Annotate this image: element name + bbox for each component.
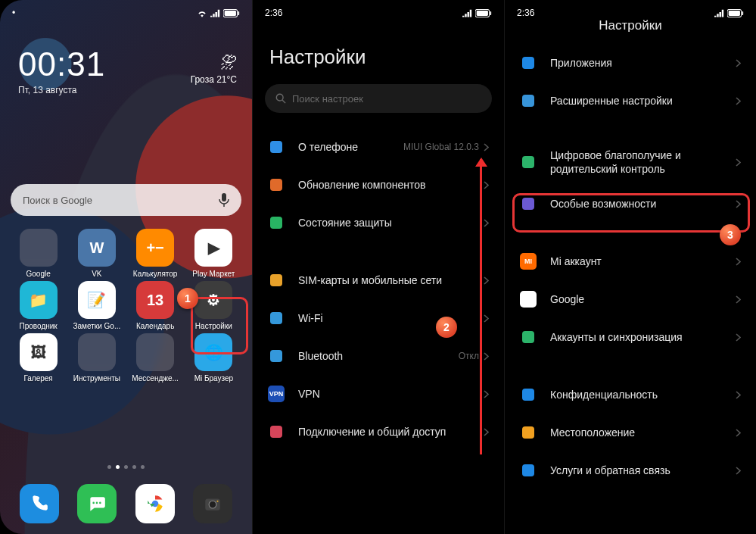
row-icon: VPN (268, 386, 285, 402)
app-label: Play Маркет (192, 270, 235, 278)
svg-rect-20 (742, 11, 743, 14)
row-icon: MI (520, 253, 537, 270)
settings-row[interactable]: SIM-карты и мобильные сети (253, 261, 504, 299)
settings-row[interactable]: MI Mi аккаунт (505, 242, 756, 280)
settings-panel-scrolled: 2:36 Настройки Приложения Расширенные на… (504, 0, 756, 534)
battery-icon (727, 9, 744, 17)
annotation-badge-3: 3 (720, 224, 741, 245)
row-label: VPN (298, 387, 484, 401)
row-label: Bluetooth (298, 349, 459, 363)
clock-widget[interactable]: 00:31 Пт, 13 августа (18, 45, 105, 95)
settings-row[interactable]: Конфиденциальность (505, 376, 756, 414)
settings-row[interactable]: Местоположение (505, 414, 756, 451)
row-label: О телефоне (298, 140, 403, 154)
row-icon: G (520, 291, 537, 308)
app-label: Google (26, 270, 51, 278)
row-label: Особые возможности (550, 197, 736, 211)
chevron-right-icon (736, 391, 741, 399)
row-label: Google (550, 292, 736, 306)
settings-row[interactable]: О телефоне MIUI Global 12.0.3 (253, 128, 504, 166)
google-search-bar[interactable]: Поиск в Google (11, 184, 241, 216)
annotation-badge-1: 1 (177, 288, 198, 309)
app-icon-vk[interactable]: WVK (69, 229, 125, 278)
search-placeholder: Поиск в Google (23, 195, 92, 206)
annotation-arrow (480, 159, 482, 454)
row-value: Откл (459, 351, 479, 361)
status-bar: 2:36 (253, 0, 504, 21)
search-placeholder: Поиск настроек (292, 93, 363, 105)
weather-icon: ⛈ (191, 53, 237, 73)
row-icon (520, 424, 537, 441)
app-glyph: ▶ (194, 229, 232, 267)
app-label: Календарь (136, 322, 174, 330)
row-label: Местоположение (550, 426, 736, 439)
app-label: Заметки Go... (73, 322, 121, 330)
settings-row[interactable]: VPN VPN (253, 375, 504, 413)
svg-rect-2 (238, 11, 239, 14)
svg-rect-19 (729, 11, 740, 16)
app-icon-проводник[interactable]: 📁Проводник (11, 281, 67, 330)
settings-search[interactable]: Поиск настроек (265, 84, 492, 113)
app-icon-галерея[interactable]: 🖼Галерея (11, 333, 67, 383)
app-icon-инструменты[interactable]: Инструменты (69, 333, 125, 383)
settings-row[interactable]: G Google (505, 280, 756, 318)
settings-row[interactable]: Состояние защиты (253, 204, 504, 242)
settings-row[interactable]: Подключение и общий доступ (253, 413, 504, 451)
svg-rect-15 (490, 11, 491, 14)
row-icon (520, 386, 537, 403)
row-icon (268, 139, 285, 155)
row-label: Цифровое благополучие и родительский кон… (550, 148, 736, 176)
row-label: Услуги и обратная связь (550, 464, 736, 477)
settings-row[interactable]: Приложения (505, 44, 756, 82)
dock (0, 484, 252, 523)
signal-icon (714, 9, 724, 17)
row-icon (520, 329, 537, 345)
folder-icon (20, 229, 58, 267)
svg-point-16 (276, 94, 283, 101)
app-glyph: +− (136, 229, 174, 267)
app-glyph: W (78, 229, 116, 267)
app-icon-play-маркет[interactable]: ▶Play Маркет (185, 229, 241, 278)
battery-icon (475, 9, 492, 17)
row-icon (268, 214, 285, 231)
app-label: VK (92, 270, 101, 278)
svg-rect-1 (225, 11, 236, 16)
dock-messages[interactable] (77, 484, 117, 523)
dock-chrome[interactable] (135, 484, 175, 523)
svg-point-5 (93, 502, 95, 504)
settings-row[interactable]: Wi-Fi (253, 299, 504, 337)
settings-row[interactable]: Обновление компонентов (253, 166, 504, 204)
folder-icon (136, 333, 174, 371)
chevron-right-icon (484, 314, 489, 323)
chevron-right-icon (736, 158, 741, 167)
row-label: Подключение и общий доступ (298, 425, 484, 439)
app-icon-заметки-go-[interactable]: 📝Заметки Go... (69, 281, 125, 330)
weather-widget[interactable]: ⛈ Гроза 21°C (191, 53, 237, 85)
notification-dot: • (12, 8, 15, 18)
mic-icon[interactable] (219, 193, 229, 207)
dock-camera[interactable] (193, 484, 232, 523)
svg-line-17 (282, 100, 285, 103)
row-icon (268, 310, 285, 326)
chevron-right-icon (484, 276, 489, 285)
annotation-badge-2: 2 (436, 317, 457, 338)
row-label: Обновление компонентов (298, 178, 484, 192)
settings-row[interactable]: Особые возможности (505, 185, 756, 223)
app-icon-календарь[interactable]: 13Календарь (127, 281, 183, 330)
settings-row[interactable]: Bluetooth Откл (253, 337, 504, 375)
dock-phone[interactable] (20, 484, 59, 523)
settings-row[interactable]: Услуги и обратная связь (505, 451, 756, 489)
app-icon-мессендже-[interactable]: Мессендже... (127, 333, 183, 383)
settings-row[interactable]: Аккаунты и синхронизация (505, 318, 756, 356)
folder-icon (78, 333, 116, 371)
app-icon-google[interactable]: Google (11, 229, 67, 278)
settings-row[interactable]: Цифровое благополучие и родительский кон… (505, 139, 756, 185)
status-bar: • (0, 0, 252, 21)
chevron-right-icon (736, 333, 741, 342)
app-icon-mi-браузер[interactable]: 🌐Mi Браузер (185, 333, 241, 383)
settings-row[interactable]: Расширенные настройки (505, 82, 756, 120)
svg-point-12 (216, 501, 218, 502)
row-label: Расширенные настройки (550, 94, 736, 108)
row-icon (520, 55, 537, 71)
app-icon-калькулятор[interactable]: +−Калькулятор (127, 229, 183, 278)
